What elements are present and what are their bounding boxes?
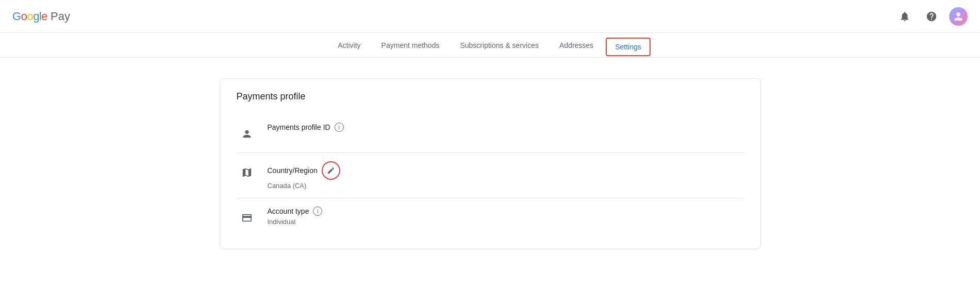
account-type-row: Account type i Individual [237, 198, 744, 236]
country-region-content: Country/Region Canada (CA) [268, 161, 744, 190]
country-region-row: Country/Region Canada (CA) [237, 153, 744, 198]
person-icon [241, 128, 253, 140]
main-nav: Activity Payment methods Subscriptions &… [0, 33, 980, 58]
account-type-label-row: Account type i [268, 207, 744, 216]
google-logo-text: Google [12, 10, 47, 23]
help-button[interactable] [922, 7, 941, 26]
account-type-value: Individual [268, 218, 744, 226]
profile-id-info-icon[interactable]: i [335, 123, 344, 132]
account-type-label: Account type [268, 207, 309, 215]
nav-item-addresses[interactable]: Addresses [551, 33, 602, 58]
logo[interactable]: Google Pay [12, 10, 70, 23]
pencil-icon [327, 166, 335, 175]
payments-profile-card: Payments profile Payments profile ID i [220, 78, 761, 249]
nav-item-payment-methods[interactable]: Payment methods [373, 33, 448, 58]
header: Google Pay [0, 0, 980, 33]
notifications-button[interactable] [895, 7, 914, 26]
pay-logo-text: Pay [51, 10, 70, 23]
country-region-label: Country/Region [268, 166, 318, 175]
profile-id-content: Payments profile ID i [268, 123, 744, 132]
country-region-label-row: Country/Region [268, 161, 744, 180]
avatar-icon [952, 10, 965, 23]
user-avatar[interactable] [949, 7, 968, 26]
account-type-icon [237, 208, 257, 228]
nav-item-subscriptions[interactable]: Subscriptions & services [452, 33, 547, 58]
help-icon [926, 11, 937, 22]
country-region-value: Canada (CA) [268, 182, 744, 190]
account-card-icon [241, 212, 253, 224]
profile-id-label: Payments profile ID [268, 123, 330, 131]
section-title: Payments profile [237, 91, 744, 102]
main-content: Payments profile Payments profile ID i [155, 58, 825, 270]
account-type-info-icon[interactable]: i [313, 207, 322, 216]
bell-icon [899, 11, 910, 22]
account-type-content: Account type i Individual [268, 207, 744, 226]
map-icon [241, 167, 253, 178]
country-region-edit-button[interactable] [322, 161, 340, 180]
profile-id-icon [237, 124, 257, 144]
profile-id-row: Payments profile ID i [237, 114, 744, 152]
header-actions [895, 7, 968, 26]
nav-item-activity[interactable]: Activity [329, 33, 369, 58]
profile-id-label-row: Payments profile ID i [268, 123, 744, 132]
nav-item-settings[interactable]: Settings [606, 38, 651, 56]
country-region-icon [237, 162, 257, 183]
